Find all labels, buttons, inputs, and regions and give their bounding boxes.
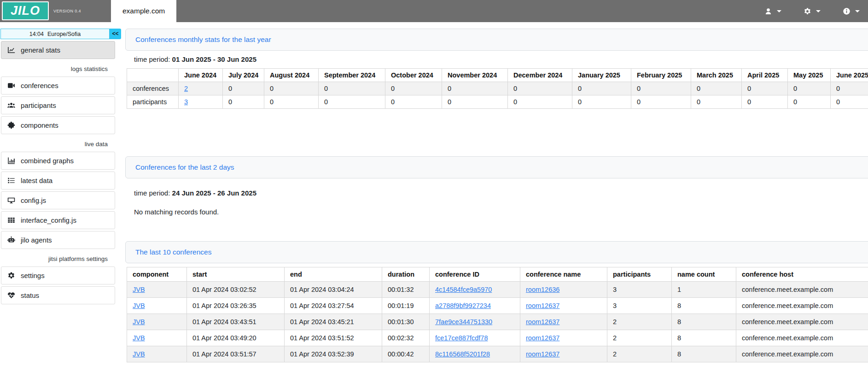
table-link[interactable]: 2 — [184, 85, 188, 92]
table-link[interactable]: JVB — [133, 286, 145, 293]
column-header: participants — [607, 267, 672, 282]
sidebar: 14:04 Europe/Sofia << general stats logs… — [0, 22, 122, 304]
sidebar-item-config-js[interactable]: config.js — [1, 191, 115, 209]
table-cell: 8 — [672, 346, 736, 362]
main-content: Conferences monthly stats for the last y… — [125, 22, 868, 362]
table-cell: room12637 — [520, 330, 607, 346]
table-cell: room12637 — [520, 298, 607, 314]
table-cell: 0 — [788, 82, 831, 95]
tab-label: example.com — [122, 7, 165, 15]
column-header: December 2024 — [508, 69, 572, 82]
clock-display: 14:04 Europe/Sofia — [0, 29, 110, 39]
chevron-down-icon — [816, 10, 821, 12]
column-header: start — [187, 267, 285, 282]
table-cell: 0 — [742, 95, 788, 109]
monthly-time-period: time period: 01 Jun 2025 - 30 Jun 2025 — [134, 55, 868, 63]
table-cell: 0 — [442, 82, 508, 95]
table-cell: JVB — [127, 314, 187, 330]
sidebar-item-components[interactable]: components — [1, 116, 115, 134]
column-header — [127, 69, 179, 82]
time-period-value: 24 Jun 2025 - 26 Jun 2025 — [172, 189, 256, 197]
last-conferences-table: componentstartenddurationconference IDco… — [127, 267, 868, 362]
table-row: JVB01 Apr 2024 03:26:3501 Apr 2024 03:27… — [127, 298, 868, 314]
sidebar-item-participants[interactable]: participants — [1, 96, 115, 114]
column-header: February 2025 — [631, 69, 691, 82]
table-link[interactable]: 7fae9ce344751330 — [435, 318, 492, 326]
settings-menu[interactable] — [804, 7, 821, 16]
sidebar-item-combined-graphs[interactable]: combined graphs — [1, 152, 115, 170]
table-cell: 0 — [385, 95, 442, 109]
sidebar-item-conferences[interactable]: conferences — [1, 77, 115, 95]
table-cell: 00:01:19 — [382, 298, 430, 314]
table-link[interactable]: room12637 — [526, 302, 559, 309]
clock-timezone: Europe/Sofia — [47, 31, 81, 37]
table-link[interactable]: JVB — [133, 302, 145, 309]
sidebar-item-interface-config-js[interactable]: interface_config.js — [1, 211, 115, 229]
table-link[interactable]: room12636 — [526, 286, 559, 293]
table-cell: a2788f9bf9927234 — [430, 298, 520, 314]
info-menu[interactable] — [843, 7, 860, 16]
heart-pulse-icon — [7, 291, 15, 299]
table-cell: 3 — [607, 298, 672, 314]
table-link[interactable]: JVB — [133, 350, 145, 358]
column-header: duration — [382, 267, 430, 282]
table-cell: 0 — [572, 95, 631, 109]
table-cell: 01 Apr 2024 03:26:35 — [187, 298, 285, 314]
sidebar-item-latest-data[interactable]: latest data — [1, 172, 115, 189]
sidebar-section-live-data: live data — [1, 141, 108, 148]
table-cell: 01 Apr 2024 03:52:39 — [285, 346, 382, 362]
section-last-10-conferences-header: The last 10 conferences — [125, 241, 868, 263]
table-link[interactable]: JVB — [133, 334, 145, 342]
table-link[interactable]: fce17ce887fcdf78 — [435, 334, 488, 342]
last-2-days-title-link[interactable]: Conferences for the last 2 days — [135, 163, 234, 172]
version-label: VERSION 0.4 — [53, 9, 81, 13]
time-period-label: time period: — [134, 189, 170, 197]
table-link[interactable]: a2788f9bf9927234 — [435, 302, 491, 309]
sidebar-item-label: interface_config.js — [21, 216, 76, 224]
video-camera-icon — [7, 82, 15, 89]
sidebar-collapse-button[interactable]: << — [110, 29, 121, 39]
sidebar-item-label: combined graphs — [21, 157, 74, 165]
tab-example-com[interactable]: example.com — [111, 0, 176, 22]
sidebar-item-label: participants — [21, 101, 56, 109]
sidebar-item-status[interactable]: status — [1, 286, 115, 304]
table-cell: 0 — [631, 82, 691, 95]
table-cell: 8 — [672, 314, 736, 330]
monthly-stats-title-link[interactable]: Conferences monthly stats for the last y… — [135, 36, 271, 44]
sidebar-item-settings[interactable]: settings — [1, 266, 115, 284]
last-10-conferences-title-link[interactable]: The last 10 conferences — [135, 248, 211, 256]
table-link[interactable]: JVB — [133, 318, 145, 326]
sidebar-item-jilo-agents[interactable]: jilo agents — [1, 231, 115, 249]
table-cell: 1 — [672, 282, 736, 298]
table-link[interactable]: room12637 — [526, 350, 559, 358]
clock-time: 14:04 — [29, 31, 44, 37]
column-header: January 2025 — [572, 69, 631, 82]
app-logo-text: JILO — [11, 4, 40, 18]
column-header: June 2025 — [831, 69, 868, 82]
table-cell: JVB — [127, 330, 187, 346]
column-header: August 2024 — [264, 69, 319, 82]
table-cell: 2 — [607, 346, 672, 362]
user-menu[interactable] — [764, 7, 781, 16]
table-link[interactable]: room12637 — [526, 318, 559, 326]
table-cell: 0 — [788, 95, 831, 109]
table-link[interactable]: 4c14584fce9a5970 — [435, 286, 492, 293]
table-cell: JVB — [127, 346, 187, 362]
table-cell: 0 — [631, 95, 691, 109]
table-cell: 0 — [223, 95, 264, 109]
column-header: conference name — [520, 267, 607, 282]
table-link[interactable]: room12637 — [526, 334, 559, 342]
table-cell: 01 Apr 2024 03:27:54 — [285, 298, 382, 314]
column-header: October 2024 — [385, 69, 442, 82]
table-cell: 0 — [742, 82, 788, 95]
table-link[interactable]: 8c116568f5201f28 — [435, 350, 490, 358]
table-cell: 8 — [672, 330, 736, 346]
sidebar-section-logs-statistics: logs statistics — [1, 65, 108, 72]
table-link[interactable]: 3 — [184, 98, 188, 106]
table-cell: 00:01:32 — [382, 282, 430, 298]
sidebar-item-general-stats[interactable]: general stats — [1, 41, 115, 59]
sidebar-section-jitsi-platforms-settings: jitsi platforms settings — [1, 255, 108, 262]
table-cell: 00:01:30 — [382, 314, 430, 330]
gear-icon — [804, 7, 811, 16]
section-last-2-days-header: Conferences for the last 2 days — [125, 156, 868, 178]
